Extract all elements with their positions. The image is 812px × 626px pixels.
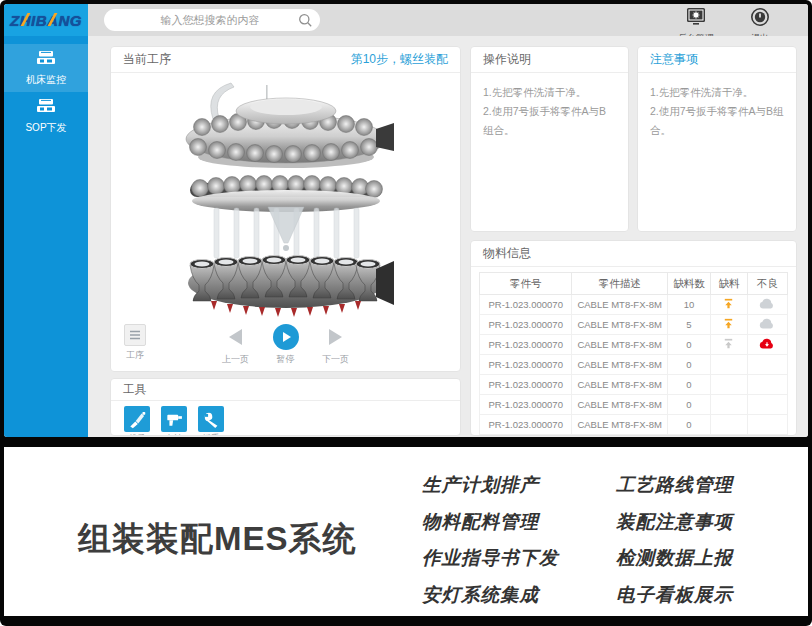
feature-item: 装配注意事项	[616, 509, 733, 534]
shortage-upload-icon	[722, 337, 735, 350]
defect-icon-cell[interactable]	[747, 315, 787, 335]
part-desc-cell: CABLE MT8-FX-8M	[572, 335, 667, 355]
tool-wrench-button[interactable]	[198, 406, 224, 432]
feature-item: 作业指导书下发	[422, 545, 559, 570]
instruction-line: 1.先把零件洗清干净。	[483, 83, 616, 102]
tool-screwdriver-button[interactable]	[124, 406, 150, 432]
machine-exploded-view-image	[118, 77, 454, 325]
arrow-left-icon	[229, 329, 242, 345]
panel-title: 操作说明	[483, 51, 531, 68]
panel-title: 工具	[123, 382, 146, 397]
shortage-qty-cell: 5	[667, 315, 710, 335]
footer-title: 组装装配MES系统	[78, 517, 357, 562]
materials-table: 零件号 零件描述 缺料数 缺料 不良 PR-1.023.000070CABLE …	[479, 272, 788, 435]
shortage-icon-cell[interactable]	[710, 335, 747, 355]
main-content: 当前工序 第10步，螺丝装配	[88, 36, 808, 437]
feature-item: 检测数据上报	[616, 545, 733, 570]
defect-icon-cell	[747, 355, 787, 375]
part-desc-cell: CABLE MT8-FX-8M	[572, 395, 667, 415]
operation-instructions-panel: 操作说明 1.先把零件洗清干净。 2.使用7号扳手将零件A与B组合。	[470, 46, 629, 232]
part-no-cell: PR-1.023.000070	[480, 315, 572, 335]
sidebar-item-machine-monitor[interactable]: 机床监控	[4, 44, 88, 92]
shortage-icon-cell[interactable]	[710, 295, 747, 315]
column-header: 零件描述	[572, 273, 667, 295]
search-icon[interactable]	[290, 13, 320, 28]
app-window: ZHIBANG	[4, 4, 808, 437]
feature-item: 生产计划排产	[422, 472, 539, 497]
topbar: ZHIBANG	[4, 4, 808, 36]
screwdriver-icon	[127, 409, 147, 429]
topbar-background: 后台管理 退出	[88, 4, 808, 36]
table-row: PR-1.023.000070CABLE MT8-FX-8M0	[480, 395, 788, 415]
defect-icon-cell	[747, 375, 787, 395]
pause-play-button[interactable]	[273, 324, 299, 350]
wrench-icon	[201, 409, 221, 429]
column-header: 不良	[747, 273, 787, 295]
shortage-icon-cell	[710, 375, 747, 395]
shortage-icon-cell	[710, 415, 747, 435]
machine-icon	[35, 49, 57, 70]
shortage-qty-cell: 0	[667, 415, 710, 435]
tools-panel: 工具 起子	[110, 378, 461, 436]
shortage-upload-icon	[722, 317, 735, 330]
shortage-qty-cell: 0	[667, 335, 710, 355]
part-no-cell: PR-1.023.000070	[480, 395, 572, 415]
shortage-icon-cell[interactable]	[710, 315, 747, 335]
defect-cloud-icon	[759, 318, 775, 329]
panel-title: 物料信息	[483, 245, 531, 262]
precaution-line: 2.使用7号扳手将零件A与B组合。	[650, 102, 784, 140]
defect-icon-cell	[747, 395, 787, 415]
feature-item: 电子看板展示	[616, 582, 733, 607]
shortage-icon-cell	[710, 395, 747, 415]
part-desc-cell: CABLE MT8-FX-8M	[572, 295, 667, 315]
shortage-qty-cell: 0	[667, 375, 710, 395]
search-input[interactable]	[104, 9, 290, 31]
part-no-cell: PR-1.023.000070	[480, 295, 572, 315]
search-bar	[104, 9, 320, 31]
feature-item: 安灯系统集成	[422, 582, 539, 607]
defect-icon-cell[interactable]	[747, 295, 787, 315]
power-icon	[750, 7, 770, 31]
defect-cloud-icon	[759, 338, 775, 349]
admin-monitor-gear-icon	[684, 7, 708, 31]
sidebar-item-label: SOP下发	[25, 121, 66, 135]
feature-item: 物料配料管理	[422, 509, 539, 534]
table-row: PR-1.023.000070CABLE MT8-FX-8M0	[480, 375, 788, 395]
table-row: PR-1.023.000070CABLE MT8-FX-8M5	[480, 315, 788, 335]
tool-drill-button[interactable]	[161, 406, 187, 432]
shortage-qty-cell: 0	[667, 355, 710, 375]
table-row: PR-1.023.000070CABLE MT8-FX-8M0	[480, 415, 788, 435]
part-desc-cell: CABLE MT8-FX-8M	[572, 415, 667, 435]
materials-table-body: PR-1.023.000070CABLE MT8-FX-8M10PR-1.023…	[480, 295, 788, 435]
part-desc-cell: CABLE MT8-FX-8M	[572, 355, 667, 375]
tool-label: 电钻	[166, 433, 183, 436]
next-page-button[interactable]	[329, 324, 342, 350]
shortage-qty-cell: 10	[667, 295, 710, 315]
sidebar-item-label: 机床监控	[26, 73, 66, 87]
sidebar-item-sop[interactable]: SOP下发	[4, 92, 88, 140]
prev-page-button[interactable]	[229, 324, 242, 350]
part-desc-cell: CABLE MT8-FX-8M	[572, 375, 667, 395]
process-list-button[interactable]	[124, 324, 146, 346]
part-desc-cell: CABLE MT8-FX-8M	[572, 315, 667, 335]
process-controls: 工序 上一页 暂停	[111, 324, 460, 366]
instruction-line: 2.使用7号扳手将零件A与B组合。	[483, 102, 616, 140]
pause-label: 暂停	[277, 353, 295, 366]
table-row: PR-1.023.000070CABLE MT8-FX-8M0	[480, 355, 788, 375]
machine-icon	[35, 97, 57, 118]
table-row: PR-1.023.000070CABLE MT8-FX-8M10	[480, 295, 788, 315]
column-header: 零件号	[480, 273, 572, 295]
arrow-right-icon	[329, 329, 342, 345]
step-info: 第10步，螺丝装配	[351, 51, 448, 68]
defect-icon-cell[interactable]	[747, 335, 787, 355]
play-icon	[283, 332, 291, 342]
shortage-icon-cell	[710, 355, 747, 375]
part-no-cell: PR-1.023.000070	[480, 375, 572, 395]
drill-icon	[164, 409, 184, 429]
next-page-label: 下一页	[322, 353, 349, 366]
defect-icon-cell	[747, 415, 787, 435]
materials-panel: 物料信息 零件号 零件描述 缺料数 缺料 不良	[470, 240, 797, 436]
panel-title: 注意事项	[650, 51, 698, 68]
part-no-cell: PR-1.023.000070	[480, 335, 572, 355]
tool-label: 起子	[129, 433, 146, 436]
